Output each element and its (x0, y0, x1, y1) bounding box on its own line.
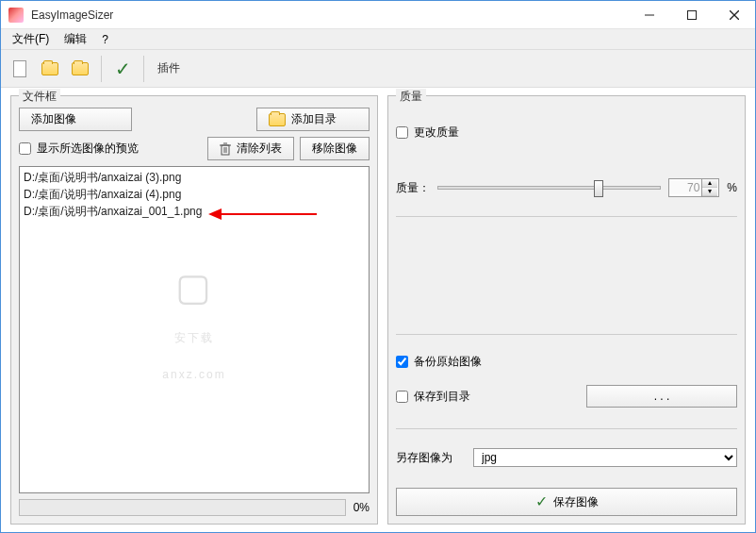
quality-label: 质量： (396, 180, 430, 196)
close-icon (730, 10, 739, 20)
menu-file[interactable]: 文件(F) (5, 29, 57, 49)
change-quality-input[interactable] (396, 126, 408, 139)
clear-list-button[interactable]: 清除列表 (207, 137, 294, 160)
close-button[interactable] (713, 1, 755, 29)
list-item[interactable]: D:/桌面/说明书/anxaizai_001_1.png (24, 203, 365, 220)
list-item[interactable]: D:/桌面/说明书/anxaizai (3).png (24, 169, 365, 186)
slider-thumb[interactable] (594, 180, 603, 197)
save-to-dir-checkbox[interactable]: 保存到目录 (396, 389, 470, 405)
quality-panel-title: 质量 (396, 89, 426, 105)
progress-bar (19, 499, 346, 516)
separator (396, 428, 737, 429)
add-image-button[interactable]: 添加图像 (19, 108, 132, 131)
shield-icon: ▢ (162, 258, 225, 315)
check-icon: ✓ (535, 494, 548, 509)
minimize-icon (645, 10, 654, 20)
minimize-button[interactable] (628, 1, 670, 29)
watermark: ▢ 安下载 anxz.com (162, 258, 225, 389)
folder-icon (41, 62, 58, 75)
backup-label: 备份原始图像 (414, 354, 482, 370)
title-bar: EasyImageSizer (1, 1, 755, 29)
filebox-title: 文件框 (19, 89, 60, 105)
separator (396, 334, 737, 335)
add-folder-button[interactable]: 添加目录 (256, 108, 370, 131)
progress-percent: 0% (353, 501, 370, 514)
spin-down[interactable]: ▾ (702, 188, 717, 196)
save-as-label: 另存图像为 (396, 450, 462, 466)
toolbar-separator (143, 56, 144, 82)
save-to-dir-label: 保存到目录 (414, 389, 470, 405)
filebox-panel: 文件框 添加图像 添加目录 显示所选图像的预览 清除列表 移除图像 (10, 95, 378, 525)
file-list[interactable]: D:/桌面/说明书/anxaizai (3).png D:/桌面/说明书/anx… (19, 166, 370, 493)
quality-value-input[interactable] (669, 181, 701, 194)
backup-checkbox[interactable]: 备份原始图像 (396, 354, 737, 370)
quality-spinbox[interactable]: ▴ ▾ (668, 178, 719, 197)
remove-image-button[interactable]: 移除图像 (300, 137, 370, 160)
toolbar-plugin-label: 插件 (157, 60, 180, 76)
folder-icon (72, 62, 89, 75)
backup-checkbox-input[interactable] (396, 356, 408, 368)
toolbar: ✓ 插件 (1, 50, 755, 88)
maximize-icon (687, 10, 697, 20)
save-image-button[interactable]: ✓ 保存图像 (396, 488, 737, 516)
toolbar-folder-1[interactable] (37, 55, 63, 83)
app-icon (8, 8, 24, 23)
content-area: 文件框 添加图像 添加目录 显示所选图像的预览 清除列表 移除图像 (1, 88, 755, 532)
preview-checkbox-input[interactable] (19, 142, 31, 155)
maximize-button[interactable] (670, 1, 713, 29)
toolbar-separator (101, 56, 102, 82)
change-quality-checkbox[interactable]: 更改质量 (396, 125, 737, 141)
menu-bar: 文件(F) 编辑 ? (1, 29, 755, 50)
preview-checkbox-label: 显示所选图像的预览 (37, 141, 139, 157)
format-select[interactable]: jpg (473, 448, 737, 467)
quality-unit: % (727, 181, 737, 194)
file-icon (13, 60, 26, 77)
trash-icon (220, 142, 231, 156)
check-icon: ✓ (115, 59, 131, 78)
browse-dir-button[interactable]: . . . (586, 385, 737, 408)
preview-checkbox[interactable]: 显示所选图像的预览 (19, 141, 139, 157)
toolbar-new-file[interactable] (7, 55, 33, 83)
change-quality-label: 更改质量 (414, 125, 459, 141)
quality-panel: 质量 更改质量 质量： ▴ ▾ (387, 95, 746, 525)
svg-rect-4 (222, 145, 229, 155)
save-to-dir-input[interactable] (396, 391, 408, 403)
list-item[interactable]: D:/桌面/说明书/anxaizai (4).png (24, 186, 365, 203)
quality-slider[interactable] (437, 186, 661, 190)
svg-rect-1 (687, 10, 696, 19)
folder-icon (269, 113, 286, 126)
menu-help[interactable]: ? (94, 31, 116, 48)
toolbar-folder-2[interactable] (67, 55, 93, 83)
window-title: EasyImageSizer (31, 8, 628, 22)
menu-edit[interactable]: 编辑 (57, 29, 94, 49)
toolbar-apply[interactable]: ✓ (109, 55, 136, 83)
